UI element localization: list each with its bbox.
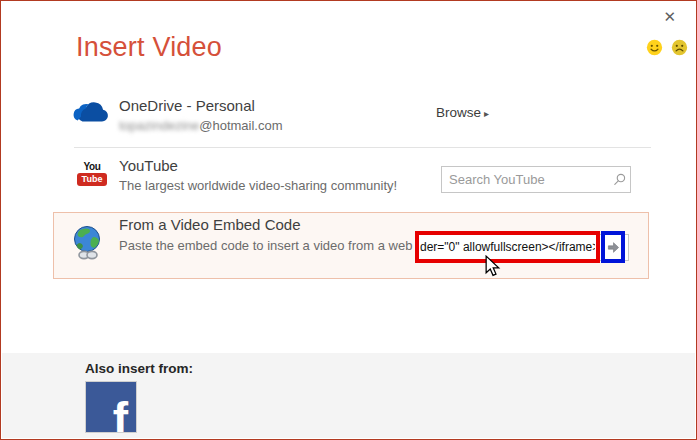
facebook-button[interactable]: f — [85, 381, 137, 433]
search-icon[interactable] — [608, 167, 630, 192]
youtube-subtitle: The largest worldwide video-sharing comm… — [119, 178, 397, 193]
close-icon[interactable]: ✕ — [661, 7, 678, 26]
insert-video-dialog: ✕ Insert Video OneDrive - Personal topaz… — [0, 0, 697, 440]
youtube-logo-icon: You Tube — [77, 161, 107, 186]
footer: Also insert from: f — [2, 353, 695, 438]
browse-arrow-icon: ▸ — [484, 108, 489, 119]
youtube-title: YouTube — [119, 157, 178, 174]
embed-code-input[interactable] — [419, 240, 596, 254]
email-username-redacted: topazindezine — [119, 118, 199, 133]
browse-label: Browse — [436, 105, 481, 120]
blue-annotation-box — [601, 231, 625, 263]
facebook-icon: f — [113, 392, 128, 433]
email-domain: @hotmail.com — [199, 118, 282, 133]
browse-link[interactable]: Browse▸ — [436, 105, 489, 120]
youtube-logo-you: You — [77, 161, 107, 172]
dialog-title: Insert Video — [76, 32, 222, 63]
onedrive-cloud-icon — [72, 99, 110, 126]
send-a-frown-icon[interactable] — [671, 39, 688, 56]
youtube-search-input[interactable] — [442, 172, 608, 187]
embed-subtitle: Paste the embed code to insert a video f… — [119, 237, 439, 255]
youtube-logo-tube: Tube — [77, 173, 107, 186]
row-separator — [74, 147, 651, 148]
also-insert-from-label: Also insert from: — [85, 361, 193, 376]
red-annotation-box — [415, 231, 600, 263]
onedrive-title: OneDrive - Personal — [119, 97, 255, 114]
onedrive-email: topazindezine@hotmail.com — [119, 118, 283, 133]
youtube-search-box — [441, 166, 631, 193]
insert-video-arrow-button[interactable] — [605, 235, 621, 259]
globe-link-icon — [71, 225, 105, 261]
embed-title: From a Video Embed Code — [119, 216, 301, 233]
send-a-smile-icon[interactable] — [646, 39, 663, 56]
